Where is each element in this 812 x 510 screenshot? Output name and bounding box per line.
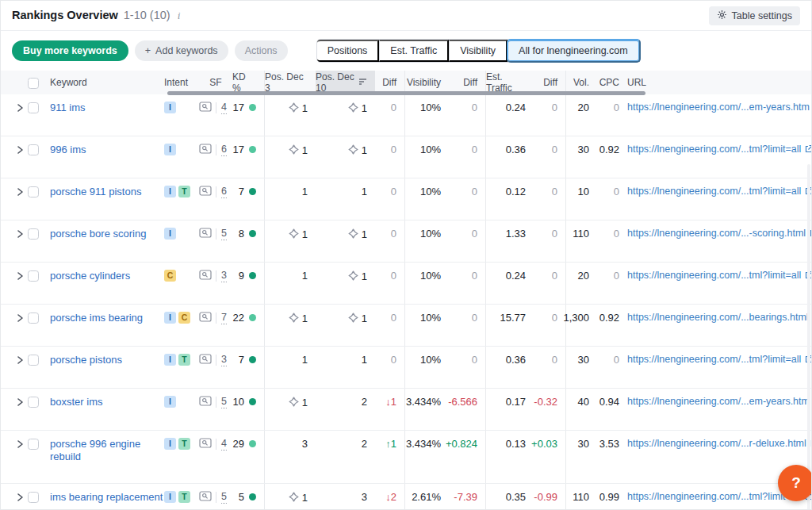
row-checkbox[interactable] <box>28 102 39 113</box>
table-settings-button[interactable]: Table settings <box>709 6 800 25</box>
row-checkbox[interactable] <box>28 228 39 240</box>
intent-badges: I <box>164 220 199 262</box>
row-checkbox[interactable] <box>28 313 39 324</box>
sf-count[interactable]: 4 <box>221 102 227 114</box>
url-link[interactable]: https://lnengineering.com/...tml?limit=a… <box>627 354 801 365</box>
expand-row-chevron-icon[interactable] <box>12 491 25 504</box>
tab-positions[interactable]: Positions <box>317 40 380 62</box>
volume-value: 30 <box>578 354 589 366</box>
tab-visibility[interactable]: Visibility <box>449 40 508 62</box>
kd-value: 7 <box>239 186 244 197</box>
expand-row-chevron-icon[interactable] <box>12 144 25 157</box>
kd-value: 8 <box>239 228 244 240</box>
est-traffic-diff: 0 <box>552 312 557 324</box>
row-checkbox[interactable] <box>28 492 39 503</box>
expand-row-chevron-icon[interactable] <box>12 270 25 283</box>
sf-count[interactable]: 6 <box>221 186 227 198</box>
row-checkbox[interactable] <box>28 397 39 408</box>
intent-badges: IC <box>164 305 199 346</box>
actions-button[interactable]: Actions <box>235 40 288 61</box>
tab-est-traffic[interactable]: Est. Traffic <box>379 40 449 62</box>
add-keywords-button[interactable]: + Add keywords <box>135 40 228 61</box>
volume-value: 110 <box>573 491 589 503</box>
column-header-url[interactable]: URL <box>627 71 812 94</box>
pos-dec3-value: 1 <box>302 102 308 114</box>
table-row: boxster ims I 5 10 1 2 ↓1 3.434% -6.566 … <box>1 389 812 431</box>
keyword-link[interactable]: porsche ims bearing <box>50 312 143 324</box>
volume-value: 110 <box>573 228 589 240</box>
table-row: ims bearing replacement IT 5 5 1 3 ↓2 2.… <box>1 484 812 510</box>
tab-all-for-lnengineering-com[interactable]: All for lnengineering.com <box>507 39 641 63</box>
keyword-link[interactable]: boxster ims <box>50 396 102 408</box>
sf-count[interactable]: 3 <box>221 270 227 282</box>
url-link[interactable]: https://lnengineering.com/...tml?limit=a… <box>627 491 801 502</box>
pos-dec3-value: 1 <box>302 186 308 197</box>
cpc-value: 0.99 <box>599 491 619 503</box>
pos-dec10-value: 2 <box>362 396 367 408</box>
url-link[interactable]: https://lnengineering.com/...-scoring.ht… <box>627 228 806 239</box>
keyword-link[interactable]: porsche pistons <box>50 354 122 366</box>
keyword-link[interactable]: 911 ims <box>50 102 86 114</box>
expand-row-chevron-icon[interactable] <box>12 396 25 409</box>
vertical-scrollbar-track[interactable] <box>807 164 810 510</box>
serp-diamond-icon <box>348 228 358 241</box>
serp-features-icon <box>199 438 212 451</box>
sf-count[interactable]: 5 <box>221 396 227 408</box>
keyword-link[interactable]: 996 ims <box>50 144 86 156</box>
kd-dot <box>249 440 256 447</box>
visibility-value: 10% <box>420 312 441 324</box>
row-checkbox[interactable] <box>28 355 39 366</box>
sf-count[interactable]: 5 <box>221 491 227 504</box>
url-link[interactable]: https://lnengineering.com/...em-years.ht… <box>627 102 810 113</box>
pos-dec3-value: 1 <box>302 354 308 366</box>
intent-badges: I <box>164 94 199 136</box>
horizontal-scrollbar-thumb[interactable] <box>167 91 645 95</box>
expand-row-chevron-icon[interactable] <box>12 354 25 367</box>
sf-count[interactable]: 4 <box>221 438 227 451</box>
gear-icon <box>717 10 727 22</box>
divider <box>216 439 216 450</box>
keyword-link[interactable]: ims bearing replacement <box>50 491 163 504</box>
pos-dec3-value: 1 <box>302 144 308 156</box>
info-icon[interactable]: i <box>176 10 182 22</box>
keyword-link[interactable]: porsche 996 engine rebuild <box>50 438 164 464</box>
url-link[interactable]: https://lnengineering.com/...r-deluxe.ht… <box>627 438 806 449</box>
divider <box>216 492 216 503</box>
column-header-keyword[interactable]: Keyword <box>50 71 164 94</box>
keyword-link[interactable]: porsche bore scoring <box>50 228 146 240</box>
sf-count[interactable]: 6 <box>221 144 227 156</box>
sf-count[interactable]: 3 <box>221 354 227 366</box>
help-button[interactable]: ? <box>778 465 812 501</box>
expand-row-chevron-icon[interactable] <box>12 312 25 325</box>
divider <box>216 228 216 240</box>
row-checkbox[interactable] <box>28 439 39 450</box>
url-link[interactable]: https://lnengineering.com/...bearings.ht… <box>627 312 809 323</box>
pos-dec3-value: 1 <box>302 397 308 408</box>
serp-features-icon <box>199 312 212 324</box>
expand-row-chevron-icon[interactable] <box>12 228 25 241</box>
keyword-link[interactable]: porsche 911 pistons <box>50 186 141 198</box>
row-checkbox[interactable] <box>28 144 39 155</box>
cpc-value: 0.92 <box>599 144 619 155</box>
cpc-value: 0.94 <box>599 396 619 408</box>
url-link[interactable]: https://lnengineering.com/...tml?limit=a… <box>627 270 801 281</box>
row-checkbox[interactable] <box>28 186 39 197</box>
sf-count[interactable]: 7 <box>221 312 227 324</box>
url-link[interactable]: https://lnengineering.com/...em-years.ht… <box>627 396 810 407</box>
expand-row-chevron-icon[interactable] <box>12 438 25 451</box>
position-diff: 0 <box>391 186 396 197</box>
select-all-checkbox[interactable] <box>28 78 39 89</box>
visibility-diff: 0 <box>472 354 477 366</box>
serp-features-icon <box>199 354 212 366</box>
url-link[interactable]: https://lnengineering.com/...tml?limit=a… <box>627 144 801 155</box>
intent-badges: I <box>164 136 199 178</box>
row-checkbox[interactable] <box>28 270 39 282</box>
buy-more-keywords-button[interactable]: Buy more keywords <box>12 40 128 61</box>
external-link-icon[interactable] <box>804 144 812 156</box>
url-link[interactable]: https://lnengineering.com/...tml?limit=a… <box>627 186 801 197</box>
keyword-link[interactable]: porsche cylinders <box>50 270 130 282</box>
expand-row-chevron-icon[interactable] <box>12 186 25 199</box>
expand-row-chevron-icon[interactable] <box>12 102 25 115</box>
sf-count[interactable]: 5 <box>221 228 227 240</box>
visibility-diff: 0 <box>472 270 477 282</box>
